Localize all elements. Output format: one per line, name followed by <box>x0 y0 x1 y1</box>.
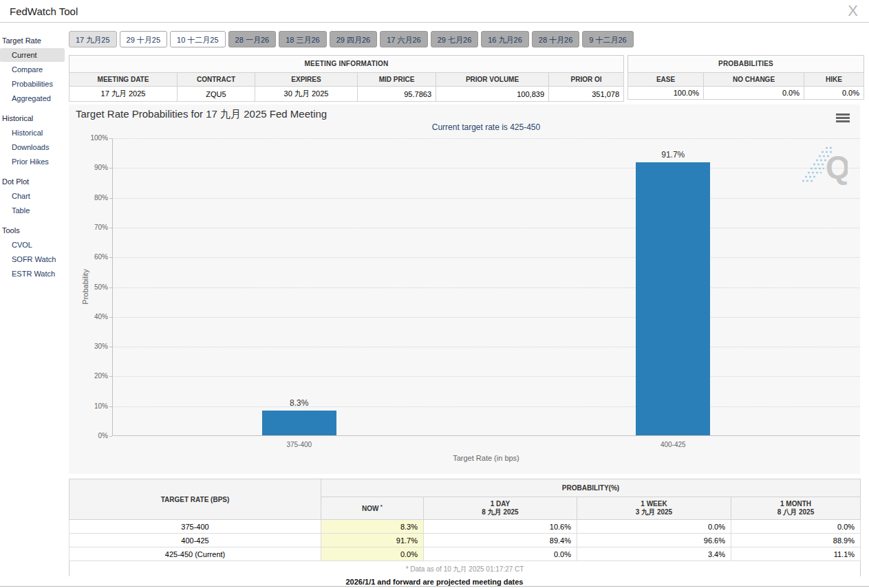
meeting-tab-2[interactable]: 29 十月25 <box>120 31 168 47</box>
meeting-col-prior-oi: PRIOR OI <box>549 73 624 87</box>
meeting-tab-11[interactable]: 9 十二月26 <box>582 31 633 47</box>
meeting-tab-9[interactable]: 16 九月26 <box>481 31 529 47</box>
meeting-col-meeting-date: MEETING DATE <box>69 73 178 87</box>
week-cell: 3.4% <box>577 547 731 561</box>
gridline-10 <box>112 406 860 407</box>
day-cell: 0.0% <box>424 547 577 561</box>
svg-text:Q: Q <box>826 149 848 185</box>
subheader-1-month: 1 MONTH8 八月 2025 <box>731 497 861 520</box>
y-tick-label-90: 90% <box>76 164 108 171</box>
meeting-value-meeting-date: 17 九月 2025 <box>69 87 178 102</box>
chart-context-menu-icon[interactable] <box>834 110 852 125</box>
sidebar-item-historical[interactable]: Historical <box>0 126 65 140</box>
close-icon[interactable]: X <box>848 2 858 20</box>
prob-value-no-change: 0.0% <box>704 87 804 100</box>
meeting-tab-6[interactable]: 29 四月26 <box>330 31 378 47</box>
week-cell: 0.0% <box>577 520 731 534</box>
subheader-1-day: 1 DAY8 九月 2025 <box>424 497 577 520</box>
sidebar-item-compare[interactable]: Compare <box>0 63 65 76</box>
y-tick-label-40: 40% <box>76 313 108 320</box>
sidebar-nav: Target RateCurrentCompareProbabilitiesAg… <box>0 23 67 281</box>
now-cell: 0.0% <box>321 547 424 561</box>
gridline-20 <box>112 376 860 377</box>
meeting-value-prior-volume: 100,839 <box>436 87 549 102</box>
meeting-tab-10[interactable]: 28 十月26 <box>532 31 580 47</box>
probability-history-table: TARGET RATE (BPS) PROBABILITY(%) NOW *1 … <box>69 479 861 579</box>
meeting-tab-8[interactable]: 29 七月26 <box>431 31 479 47</box>
meeting-tabs: 17 九月2529 十月2510 十二月2528 一月2618 三月2629 四… <box>69 31 634 48</box>
meeting-col-mid-price: MID PRICE <box>358 73 436 87</box>
window-header: FedWatch Tool X <box>0 0 869 23</box>
sidebar-item-downloads[interactable]: Downloads <box>0 140 65 154</box>
sidebar-item-estr-watch[interactable]: ESTR Watch <box>0 267 65 281</box>
sidebar-group-dot-plot: Dot PlotChartTable <box>0 175 67 217</box>
month-cell: 0.0% <box>731 520 861 534</box>
prob-col-no-change: NO CHANGE <box>704 73 804 87</box>
probabilities-summary-row: 100.0%0.0%0.0% <box>628 87 864 100</box>
sidebar-item-probabilities[interactable]: Probabilities <box>0 77 65 91</box>
y-tick-label-20: 20% <box>76 372 108 380</box>
day-cell: 89.4% <box>424 534 577 547</box>
gridline-60 <box>112 257 860 258</box>
x-axis-line <box>112 435 860 436</box>
probability-group-header: PROBABILITY(%) <box>321 479 861 497</box>
meeting-col-expires: EXPIRES <box>255 73 358 87</box>
sidebar-group-target-rate: Target RateCurrentCompareProbabilitiesAg… <box>0 34 67 105</box>
meeting-information-table: MEETING INFORMATION MEETING DATECONTRACT… <box>69 55 624 102</box>
sidebar-heading-historical: Historical <box>0 111 67 125</box>
y-axis-line <box>112 138 113 436</box>
bar-value-label-400-425: 91.7% <box>632 150 714 160</box>
meeting-col-contract: CONTRACT <box>178 73 255 87</box>
y-tick-label-0: 0% <box>76 432 108 439</box>
sidebar-item-prior-hikes[interactable]: Prior Hikes <box>0 155 65 168</box>
y-tick-label-70: 70% <box>76 224 108 231</box>
gridline-70 <box>112 228 860 228</box>
y-tick-label-100: 100% <box>76 134 108 142</box>
prob-value-ease: 100.0% <box>628 87 704 100</box>
table-row-400-425: 400-42591.7%89.4%96.6%88.9% <box>69 534 861 547</box>
y-tick-mark-0 <box>109 436 112 437</box>
x-tick-label-400-425: 400-425 <box>632 441 714 448</box>
prob-col-ease: EASE <box>628 73 704 87</box>
sidebar-heading-target-rate: Target Rate <box>0 34 67 47</box>
meeting-tab-4[interactable]: 28 一月26 <box>228 31 277 47</box>
meeting-information-title: MEETING INFORMATION <box>69 55 624 72</box>
meeting-col-prior-volume: PRIOR VOLUME <box>436 73 549 87</box>
sidebar-group-tools: ToolsCVOLSOFR WatchESTR Watch <box>0 224 67 281</box>
quikstrike-watermark-icon: Q <box>798 142 848 192</box>
day-cell: 10.6% <box>424 520 577 534</box>
chart-title: Target Rate Probabilities for 17 九月 2025… <box>76 108 327 121</box>
y-tick-label-50: 50% <box>76 283 108 291</box>
prob-value-hike: 0.0% <box>804 87 864 100</box>
sidebar-item-table[interactable]: Table <box>0 204 65 217</box>
table-row-425-450-current: 425-450 (Current)0.0%0.0%3.4%11.1% <box>69 547 861 561</box>
meeting-tab-1[interactable]: 17 九月25 <box>69 31 117 47</box>
meeting-information-row: 17 九月 2025ZQU530 九月 202595.7863100,83935… <box>69 87 624 102</box>
target-rate-bps-header: TARGET RATE (BPS) <box>69 479 321 520</box>
sidebar-heading-dot-plot: Dot Plot <box>0 175 67 188</box>
meeting-tab-7[interactable]: 17 六月26 <box>380 31 428 47</box>
now-cell: 91.7% <box>321 534 424 547</box>
sidebar-item-current[interactable]: Current <box>0 48 65 62</box>
meeting-tab-3[interactable]: 10 十二月25 <box>170 31 226 47</box>
bar-400-425[interactable] <box>636 162 710 435</box>
now-cell: 8.3% <box>321 520 424 534</box>
bar-375-400[interactable] <box>262 411 336 435</box>
meeting-tab-5[interactable]: 18 三月26 <box>279 31 327 47</box>
meeting-value-mid-price: 95.7863 <box>358 87 436 102</box>
gridline-100 <box>112 138 860 139</box>
window-title: FedWatch Tool <box>10 6 78 17</box>
y-tick-label-80: 80% <box>76 194 108 202</box>
rate-cell: 425-450 (Current) <box>69 547 321 561</box>
sidebar-item-cvol[interactable]: CVOL <box>0 238 65 252</box>
meeting-value-contract: ZQU5 <box>178 87 255 102</box>
sidebar-item-aggregated[interactable]: Aggregated <box>0 91 65 105</box>
sidebar-item-sofr-watch[interactable]: SOFR Watch <box>0 252 65 266</box>
sidebar-item-chart[interactable]: Chart <box>0 189 65 203</box>
week-cell: 96.6% <box>577 534 731 547</box>
probabilities-summary-table: PROBABILITIES EASENO CHANGEHIKE 100.0%0.… <box>627 55 864 100</box>
prob-col-hike: HIKE <box>804 73 864 87</box>
gridline-90 <box>112 168 860 168</box>
gridline-30 <box>112 347 860 347</box>
meeting-value-expires: 30 九月 2025 <box>255 87 358 102</box>
